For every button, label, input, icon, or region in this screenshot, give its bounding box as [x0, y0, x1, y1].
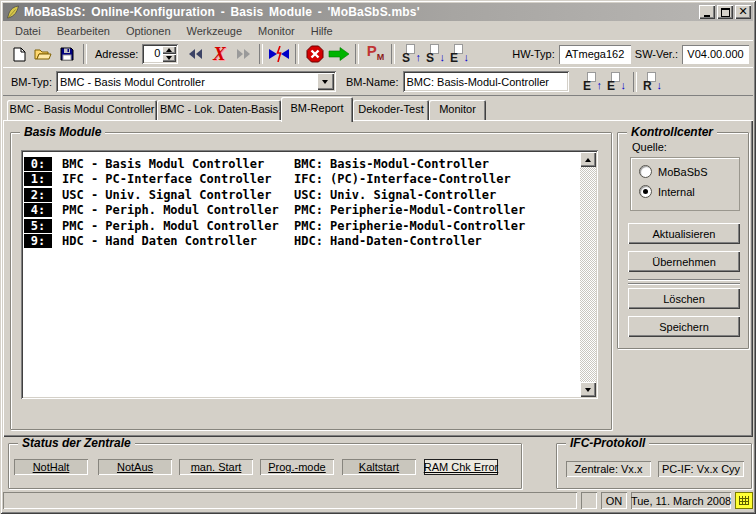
address-prev-button[interactable] — [183, 42, 207, 66]
bm-typ-value: BMC - Basis Modul Controller — [56, 76, 317, 88]
bm-report-page: Basis Module 0:BMC - Basis Modul Control… — [3, 120, 753, 437]
maximize-icon — [721, 8, 730, 17]
bm-name-input[interactable]: BMC: Basis-Modul-Controller — [403, 71, 569, 92]
spin-up-icon — [166, 48, 172, 52]
menu-werkzeuge[interactable]: Werkzeuge — [179, 23, 250, 39]
maximize-button[interactable] — [717, 5, 733, 19]
red-x-icon: X — [213, 45, 226, 63]
module-report-rows: 0:BMC - Basis Modul ControllerBMC: Basis… — [24, 156, 578, 249]
kaltstart-indicator: Kaltstart — [342, 459, 416, 475]
radio-mobasbs[interactable]: MoBaSbS — [639, 165, 739, 178]
read-e-up-button[interactable]: E↑ — [581, 70, 605, 94]
loeschen-button[interactable]: Löschen — [628, 288, 740, 309]
list-item[interactable]: 5:PMC - Periph. Modul ControllerPMC: Per… — [24, 218, 578, 234]
scroll-down-button[interactable] — [580, 382, 596, 397]
scroll-up-icon — [585, 158, 591, 162]
tab-monitor[interactable]: Monitor — [429, 100, 486, 120]
send-e-down-button[interactable]: E↓ — [447, 42, 471, 66]
list-item[interactable]: 9:HDC - Hand Daten ControllerHDC: Hand-D… — [24, 234, 578, 250]
app-window: MoBaSbS: Online-Konfiguration - Basis Mo… — [0, 0, 756, 514]
ifc-protokoll-title: IFC-Protokoll — [566, 436, 649, 450]
menu-monitor[interactable]: Monitor — [250, 23, 303, 39]
tab-bmc-lok-daten-basis[interactable]: BMC - Lok. Daten-Basis — [157, 100, 281, 120]
pm-icon: PM — [367, 43, 385, 65]
radio-internal-label[interactable]: Internal — [658, 186, 695, 198]
close-button[interactable]: ✕ — [735, 5, 751, 19]
r-down-icon: R↓ — [643, 72, 662, 92]
send-s-up-button[interactable]: S↑ — [399, 42, 423, 66]
title-bar[interactable]: MoBaSbS: Online-Konfiguration - Basis Mo… — [3, 3, 753, 21]
new-file-button[interactable] — [7, 42, 31, 66]
nothalt-indicator: NotHalt — [14, 459, 88, 475]
open-folder-icon — [34, 47, 52, 61]
e-up-icon: E↑ — [583, 72, 602, 92]
send-s-down-button[interactable]: S↓ — [423, 42, 447, 66]
stop-button[interactable] — [303, 42, 327, 66]
address-spin-up-button[interactable] — [162, 46, 176, 54]
write-e-down-button[interactable]: E↓ — [605, 70, 629, 94]
e-down-icon: E↓ — [450, 44, 469, 64]
bm-typ-dropdown-button[interactable] — [317, 73, 334, 90]
address-clear-button[interactable]: X — [207, 42, 231, 66]
radio-selected-icon[interactable] — [639, 185, 652, 198]
list-item[interactable]: 2:USC - Univ. Signal ControllerUSC: Univ… — [24, 187, 578, 203]
separator-line — [628, 279, 740, 281]
stop-icon — [306, 45, 324, 63]
uebernehmen-button[interactable]: Übernehmen — [628, 251, 740, 272]
list-item[interactable]: 4:PMC - Periph. Modul ControllerPMC: Per… — [24, 203, 578, 219]
bm-typ-select[interactable]: BMC - Basis Modul Controller — [56, 71, 336, 92]
address-spinner[interactable]: 0 — [142, 44, 178, 64]
address-label: Adresse: — [95, 48, 138, 60]
tab-strip: BMC - Basis Modul Controller BMC - Lok. … — [3, 95, 753, 120]
list-item[interactable]: 1:IFC - PC-Interface ControllerIFC: (PC)… — [24, 172, 578, 188]
address-spin-down-button[interactable] — [162, 54, 176, 62]
main-toolbar: Adresse: 0 X PM — [3, 40, 753, 68]
tab-bmc-basis-modul-controller[interactable]: BMC - Basis Modul Controller — [7, 100, 157, 120]
kontrollcenter-group: Kontrollcenter Quelle: MoBaSbS Internal … — [617, 132, 749, 349]
menu-hilfe[interactable]: Hilfe — [303, 23, 341, 39]
window-title: MoBaSbS: Online-Konfiguration - Basis Mo… — [24, 5, 420, 19]
pm-button[interactable]: PM — [363, 42, 387, 66]
basis-module-title: Basis Module — [20, 125, 105, 139]
chevron-down-icon — [322, 80, 328, 84]
menu-optionen[interactable]: Optionen — [118, 23, 179, 39]
go-button[interactable] — [327, 42, 351, 66]
status-bar: ON Tue, 11. March 2008 — [3, 490, 753, 509]
radio-internal[interactable]: Internal — [639, 185, 739, 198]
speichern-button[interactable]: Speichern — [628, 316, 740, 337]
app-icon — [6, 5, 20, 19]
quelle-radio-group: MoBaSbS Internal — [630, 157, 740, 211]
close-icon: ✕ — [738, 7, 747, 17]
radio-icon[interactable] — [639, 165, 652, 178]
connect-lightning-icon — [268, 46, 290, 62]
minimize-button[interactable] — [699, 5, 715, 19]
menu-datei[interactable]: Datei — [7, 23, 49, 39]
vertical-scrollbar[interactable] — [580, 152, 596, 397]
bm-name-label: BM-Name: — [346, 76, 399, 88]
address-next-button[interactable] — [231, 42, 255, 66]
minimize-icon — [704, 15, 710, 17]
bm-typ-label: BM-Typ: — [11, 76, 52, 88]
new-file-icon — [13, 47, 26, 62]
module-report-list[interactable]: 0:BMC - Basis Modul ControllerBMC: Basis… — [21, 150, 598, 399]
kontrollcenter-title: Kontrollcenter — [627, 125, 717, 139]
man-start-indicator: man. Start — [179, 459, 253, 475]
radio-mobasbs-label[interactable]: MoBaSbS — [658, 166, 708, 178]
list-item[interactable]: 0:BMC - Basis Modul ControllerBMC: Basis… — [24, 156, 578, 172]
tab-dekoder-test[interactable]: Dekoder-Test — [353, 100, 429, 120]
tab-bm-report[interactable]: BM-Report — [281, 97, 353, 122]
menu-bearbeiten[interactable]: Bearbeiten — [49, 23, 118, 39]
aktualisieren-button[interactable]: Aktualisieren — [628, 223, 740, 244]
address-value[interactable]: 0 — [142, 44, 162, 64]
double-right-arrow-icon — [237, 49, 250, 59]
open-file-button[interactable] — [31, 42, 55, 66]
save-file-button[interactable] — [55, 42, 79, 66]
reset-r-button[interactable]: R↓ — [641, 70, 665, 94]
scroll-up-button[interactable] — [580, 152, 596, 167]
connect-button[interactable] — [267, 42, 291, 66]
toolbar-separator — [355, 44, 359, 64]
toolbar-separator — [259, 44, 263, 64]
green-arrow-icon — [328, 47, 350, 61]
status-der-zentrale-title: Status der Zentrale — [18, 436, 135, 450]
status-der-zentrale-group: Status der Zentrale NotHalt NotAus man. … — [8, 443, 522, 489]
